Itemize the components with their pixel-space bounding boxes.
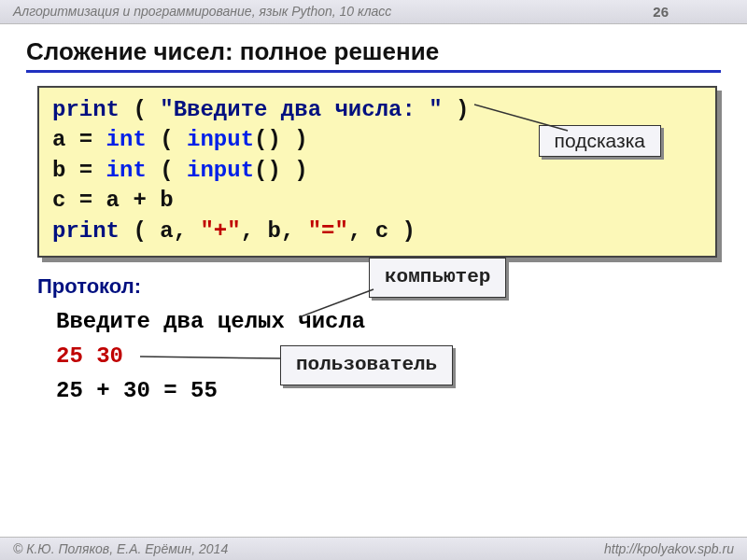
slide-header: Алгоритмизация и программирование, язык … (0, 0, 747, 24)
callout-computer: компьютер (369, 258, 506, 298)
page-number: 26 (653, 4, 734, 20)
callout-user: пользователь (280, 345, 453, 385)
protocol-line-1: Введите два целых числа (56, 304, 710, 339)
string-literal: "+" (200, 218, 240, 244)
footer-copyright: © К.Ю. Поляков, Е.А. Ерёмин, 2014 (13, 541, 228, 556)
paren: ( (120, 97, 160, 122)
paren: ) (443, 97, 470, 122)
string-literal: "=" (308, 218, 348, 244)
keyword-input: input (187, 127, 254, 152)
arg: , c (348, 218, 402, 244)
slide-title: Сложение чисел: полное решение (26, 37, 721, 73)
paren: ( (147, 158, 187, 183)
paren: () ) (254, 158, 308, 183)
code-line-1: print ( "Введите два числа: " ) (52, 95, 702, 125)
lhs: a = (52, 127, 106, 152)
protocol-block: Введите два целых числа 25 30 25 + 30 = … (56, 304, 710, 409)
code-line-5: print ( a, "+", b, "=", c ) (52, 217, 702, 246)
slide-footer: © К.Ю. Поляков, Е.А. Ерёмин, 2014 http:/… (0, 537, 747, 560)
keyword-int: int (106, 127, 147, 152)
keyword-print: print (52, 218, 120, 244)
keyword-print: print (52, 97, 120, 122)
arg: , b, (241, 218, 308, 244)
string-literal: "Введите два числа: " (160, 97, 442, 122)
paren: ( (120, 218, 160, 244)
footer-url: http://kpolyakov.spb.ru (604, 541, 734, 556)
paren: ) (402, 218, 416, 244)
code-line-4: c = a + b (52, 186, 702, 216)
lhs: b = (52, 158, 106, 183)
keyword-int: int (106, 158, 147, 183)
paren: ( (147, 127, 187, 152)
keyword-input: input (187, 158, 254, 183)
course-title: Алгоритмизация и программирование, язык … (13, 4, 391, 20)
code-block: print ( "Введите два числа: " ) a = int … (37, 86, 717, 258)
code-block-wrap: print ( "Введите два числа: " ) a = int … (37, 86, 717, 258)
code-line-3: b = int ( input() ) (52, 156, 702, 186)
arg: a, (160, 218, 200, 244)
paren: () ) (254, 127, 308, 152)
callout-hint: подсказка (539, 125, 661, 157)
